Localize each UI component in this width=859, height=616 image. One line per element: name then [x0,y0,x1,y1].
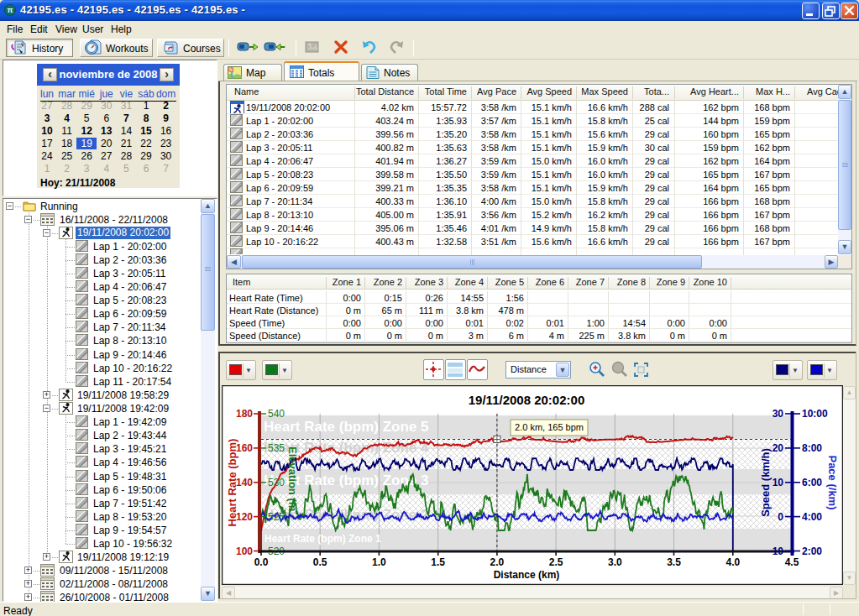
svg-text:4.0: 4.0 [725,556,740,568]
svg-text:20: 20 [773,442,784,454]
svg-text:Distance (km): Distance (km) [494,569,560,581]
svg-text:100: 100 [236,546,253,557]
svg-text:2.0: 2.0 [490,556,505,568]
svg-text:-10: -10 [769,546,784,557]
svg-text:2:00: 2:00 [802,546,822,557]
svg-text:540: 540 [268,408,285,420]
svg-text:4:00: 4:00 [802,511,822,523]
svg-text:1.5: 1.5 [431,556,445,568]
svg-text:1.0: 1.0 [372,556,386,568]
svg-text:160: 160 [236,442,253,454]
svg-text:530: 530 [268,477,285,488]
svg-text:120: 120 [236,511,253,523]
svg-text:10:00: 10:00 [802,408,828,420]
svg-text:Heart Rate (bpm) Zone 5: Heart Rate (bpm) Zone 5 [264,419,428,435]
svg-text:535: 535 [268,442,285,454]
svg-text:30: 30 [773,408,784,420]
svg-text:Heart Rate (bpm): Heart Rate (bpm) [226,439,238,527]
svg-text:2.0 km, 165 bpm: 2.0 km, 165 bpm [515,422,584,432]
svg-text:Pace (/km): Pace (/km) [826,455,839,509]
svg-text:140: 140 [236,477,253,488]
svg-text:0.0: 0.0 [254,556,269,568]
svg-text:525: 525 [268,511,285,523]
svg-text:180: 180 [236,408,253,420]
svg-text:6:00: 6:00 [802,477,822,488]
svg-text:4.5: 4.5 [785,556,799,568]
svg-text:3.5: 3.5 [667,556,681,568]
svg-text:0.5: 0.5 [313,556,327,568]
svg-text:19/11/2008 20:02:00: 19/11/2008 20:02:00 [469,393,584,407]
svg-text:N: N [229,67,233,72]
svg-text:10: 10 [773,477,784,488]
svg-text:8:00: 8:00 [802,442,822,454]
svg-text:2.5: 2.5 [549,556,563,568]
svg-text:3.0: 3.0 [608,556,622,568]
svg-text:Speed (km/h): Speed (km/h) [759,448,772,517]
svg-text:Elevation (m: Elevation (m [286,446,299,511]
svg-text:0: 0 [778,511,783,523]
svg-text:Heart Rate (bpm) Zone 1: Heart Rate (bpm) Zone 1 [265,533,381,545]
